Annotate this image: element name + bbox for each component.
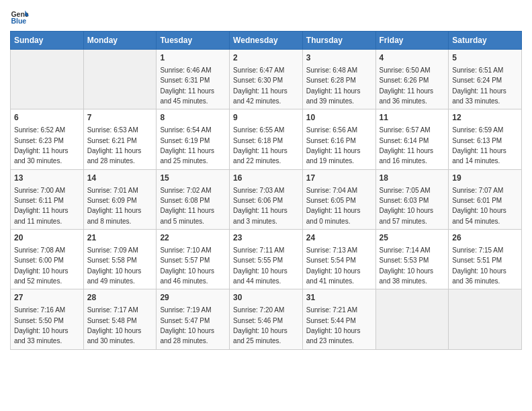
calendar-week-4: 20Sunrise: 7:08 AM Sunset: 6:00 PM Dayli… xyxy=(11,230,522,289)
calendar-week-2: 6Sunrise: 6:52 AM Sunset: 6:23 PM Daylig… xyxy=(11,109,522,169)
day-number: 20 xyxy=(14,232,80,244)
day-number: 17 xyxy=(306,173,372,184)
day-info: Sunrise: 6:46 AM Sunset: 6:31 PM Dayligh… xyxy=(160,66,214,105)
calendar-cell: 17Sunrise: 7:04 AM Sunset: 6:05 PM Dayli… xyxy=(302,169,375,229)
day-number: 31 xyxy=(306,292,372,304)
day-number: 18 xyxy=(380,173,445,184)
day-info: Sunrise: 7:20 AM Sunset: 5:46 PM Dayligh… xyxy=(233,306,287,345)
day-number: 3 xyxy=(306,52,372,64)
svg-text:Blue: Blue xyxy=(11,17,26,25)
day-number: 19 xyxy=(452,173,518,184)
day-number: 12 xyxy=(452,112,518,124)
calendar-cell: 22Sunrise: 7:10 AM Sunset: 5:57 PM Dayli… xyxy=(157,230,230,289)
header-day-sunday: Sunday xyxy=(11,32,84,50)
day-number: 27 xyxy=(14,292,80,304)
day-number: 24 xyxy=(306,232,372,244)
calendar-cell xyxy=(83,50,157,109)
day-number: 7 xyxy=(87,112,153,124)
calendar-cell: 29Sunrise: 7:19 AM Sunset: 5:47 PM Dayli… xyxy=(157,289,230,349)
calendar-cell: 8Sunrise: 6:54 AM Sunset: 6:19 PM Daylig… xyxy=(157,109,230,169)
day-info: Sunrise: 7:15 AM Sunset: 5:51 PM Dayligh… xyxy=(452,246,506,285)
calendar-cell: 3Sunrise: 6:48 AM Sunset: 6:28 PM Daylig… xyxy=(302,50,375,109)
day-number: 26 xyxy=(452,232,518,244)
day-number: 5 xyxy=(452,52,518,64)
calendar-cell: 24Sunrise: 7:13 AM Sunset: 5:54 PM Dayli… xyxy=(302,230,375,289)
day-info: Sunrise: 7:10 AM Sunset: 5:57 PM Dayligh… xyxy=(160,246,214,285)
header-day-wednesday: Wednesday xyxy=(230,32,303,50)
calendar-cell: 15Sunrise: 7:02 AM Sunset: 6:08 PM Dayli… xyxy=(157,169,230,229)
day-info: Sunrise: 7:07 AM Sunset: 6:01 PM Dayligh… xyxy=(452,187,506,225)
header-day-tuesday: Tuesday xyxy=(157,32,230,50)
calendar-cell: 20Sunrise: 7:08 AM Sunset: 6:00 PM Dayli… xyxy=(11,230,84,289)
calendar-cell: 30Sunrise: 7:20 AM Sunset: 5:46 PM Dayli… xyxy=(230,289,303,349)
calendar-cell: 18Sunrise: 7:05 AM Sunset: 6:03 PM Dayli… xyxy=(375,169,449,229)
calendar-body: 1Sunrise: 6:46 AM Sunset: 6:31 PM Daylig… xyxy=(11,50,522,350)
calendar-cell: 5Sunrise: 6:51 AM Sunset: 6:24 PM Daylig… xyxy=(449,50,522,109)
calendar-cell: 7Sunrise: 6:53 AM Sunset: 6:21 PM Daylig… xyxy=(83,109,157,169)
header-day-saturday: Saturday xyxy=(449,32,522,50)
calendar-cell: 1Sunrise: 6:46 AM Sunset: 6:31 PM Daylig… xyxy=(157,50,230,109)
calendar-table: SundayMondayTuesdayWednesdayThursdayFrid… xyxy=(10,31,522,350)
calendar-cell: 10Sunrise: 6:56 AM Sunset: 6:16 PM Dayli… xyxy=(302,109,375,169)
calendar-cell: 9Sunrise: 6:55 AM Sunset: 6:18 PM Daylig… xyxy=(230,109,303,169)
header: General Blue xyxy=(10,7,522,26)
header-day-friday: Friday xyxy=(375,32,449,50)
calendar-cell: 27Sunrise: 7:16 AM Sunset: 5:50 PM Dayli… xyxy=(11,289,84,349)
day-number: 14 xyxy=(87,173,153,184)
day-info: Sunrise: 7:01 AM Sunset: 6:09 PM Dayligh… xyxy=(87,187,142,225)
day-info: Sunrise: 6:55 AM Sunset: 6:18 PM Dayligh… xyxy=(233,126,287,165)
day-number: 30 xyxy=(233,292,299,304)
logo-icon: General Blue xyxy=(10,7,29,26)
day-number: 8 xyxy=(160,112,226,124)
calendar-header: SundayMondayTuesdayWednesdayThursdayFrid… xyxy=(11,32,522,50)
day-info: Sunrise: 7:03 AM Sunset: 6:06 PM Dayligh… xyxy=(233,187,287,225)
calendar-cell: 12Sunrise: 6:59 AM Sunset: 6:13 PM Dayli… xyxy=(449,109,522,169)
day-number: 11 xyxy=(380,112,445,124)
day-info: Sunrise: 7:11 AM Sunset: 5:55 PM Dayligh… xyxy=(233,246,287,285)
day-info: Sunrise: 6:47 AM Sunset: 6:30 PM Dayligh… xyxy=(233,66,287,105)
day-number: 4 xyxy=(380,52,445,64)
calendar-cell: 6Sunrise: 6:52 AM Sunset: 6:23 PM Daylig… xyxy=(11,109,84,169)
day-number: 25 xyxy=(380,232,445,244)
day-info: Sunrise: 7:09 AM Sunset: 5:58 PM Dayligh… xyxy=(87,246,142,285)
calendar-cell: 28Sunrise: 7:17 AM Sunset: 5:48 PM Dayli… xyxy=(83,289,157,349)
day-info: Sunrise: 7:21 AM Sunset: 5:44 PM Dayligh… xyxy=(306,306,361,345)
day-info: Sunrise: 6:50 AM Sunset: 6:26 PM Dayligh… xyxy=(380,66,434,105)
day-info: Sunrise: 7:14 AM Sunset: 5:53 PM Dayligh… xyxy=(380,246,434,285)
day-number: 13 xyxy=(14,173,80,184)
calendar-week-3: 13Sunrise: 7:00 AM Sunset: 6:11 PM Dayli… xyxy=(11,169,522,229)
calendar-cell: 16Sunrise: 7:03 AM Sunset: 6:06 PM Dayli… xyxy=(230,169,303,229)
day-info: Sunrise: 6:57 AM Sunset: 6:14 PM Dayligh… xyxy=(380,126,434,165)
day-number: 21 xyxy=(87,232,153,244)
day-info: Sunrise: 6:48 AM Sunset: 6:28 PM Dayligh… xyxy=(306,66,361,105)
calendar-cell: 2Sunrise: 6:47 AM Sunset: 6:30 PM Daylig… xyxy=(230,50,303,109)
day-number: 29 xyxy=(160,292,226,304)
calendar-cell: 25Sunrise: 7:14 AM Sunset: 5:53 PM Dayli… xyxy=(375,230,449,289)
calendar-cell xyxy=(375,289,449,349)
day-info: Sunrise: 6:54 AM Sunset: 6:19 PM Dayligh… xyxy=(160,126,214,165)
day-number: 1 xyxy=(160,52,226,64)
day-number: 22 xyxy=(160,232,226,244)
day-info: Sunrise: 7:05 AM Sunset: 6:03 PM Dayligh… xyxy=(380,187,434,225)
day-number: 23 xyxy=(233,232,299,244)
calendar-cell: 31Sunrise: 7:21 AM Sunset: 5:44 PM Dayli… xyxy=(302,289,375,349)
calendar-cell: 4Sunrise: 6:50 AM Sunset: 6:26 PM Daylig… xyxy=(375,50,449,109)
day-number: 2 xyxy=(233,52,299,64)
calendar-cell: 23Sunrise: 7:11 AM Sunset: 5:55 PM Dayli… xyxy=(230,230,303,289)
day-number: 6 xyxy=(14,112,80,124)
calendar-cell xyxy=(449,289,522,349)
logo: General Blue xyxy=(10,7,32,26)
day-info: Sunrise: 6:52 AM Sunset: 6:23 PM Dayligh… xyxy=(14,126,69,165)
calendar-week-5: 27Sunrise: 7:16 AM Sunset: 5:50 PM Dayli… xyxy=(11,289,522,349)
day-number: 15 xyxy=(160,173,226,184)
header-day-monday: Monday xyxy=(83,32,157,50)
day-info: Sunrise: 7:08 AM Sunset: 6:00 PM Dayligh… xyxy=(14,246,69,285)
day-info: Sunrise: 6:56 AM Sunset: 6:16 PM Dayligh… xyxy=(306,126,361,165)
day-info: Sunrise: 7:17 AM Sunset: 5:48 PM Dayligh… xyxy=(87,306,142,345)
header-row: SundayMondayTuesdayWednesdayThursdayFrid… xyxy=(11,32,522,50)
calendar-cell xyxy=(11,50,84,109)
header-day-thursday: Thursday xyxy=(302,32,375,50)
calendar-cell: 21Sunrise: 7:09 AM Sunset: 5:58 PM Dayli… xyxy=(83,230,157,289)
page: General Blue SundayMondayTuesdayWednesda… xyxy=(0,0,532,357)
day-info: Sunrise: 6:53 AM Sunset: 6:21 PM Dayligh… xyxy=(87,126,142,165)
